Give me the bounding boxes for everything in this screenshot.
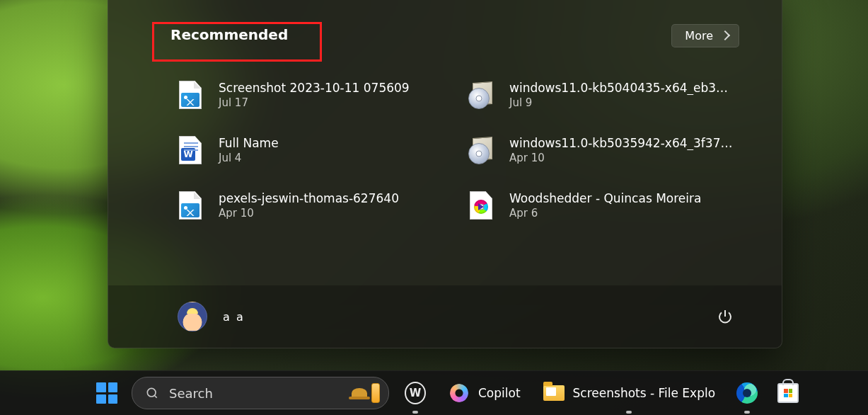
recommended-item-date: Apr 10 [509,152,735,164]
power-icon [717,308,734,325]
recommended-item[interactable]: windows11.0-kb5035942-x64_3f371… Apr 10 [464,132,739,168]
recommended-item[interactable]: Screenshot 2023-10-11 075609 Jul 17 [173,77,449,113]
taskbar-search[interactable]: Search [132,377,389,409]
recommended-item-name: pexels-jeswin-thomas-627640 [219,191,444,205]
chevron-right-icon [720,30,730,40]
more-label: More [685,29,713,42]
search-promo-icon [352,383,380,403]
recommended-item-name: Full Name [219,136,444,150]
recommended-heading: Recommended [170,22,298,49]
svg-point-0 [147,388,156,397]
recommended-item[interactable]: windows11.0-kb5040435-x64_eb3b… Jul 9 [464,77,739,113]
image-file-icon [178,191,203,220]
recommended-item-name: windows11.0-kb5035942-x64_3f371… [509,136,735,150]
taskbar-copilot[interactable]: Copilot [441,377,528,409]
recommended-item-text: Full Name Jul 4 [219,136,444,164]
taskbar-ms-store[interactable] [772,377,804,409]
recommended-item-date: Apr 6 [509,207,735,220]
explorer-label: Screenshots - File Explo [573,386,716,400]
user-account-button[interactable]: a a [170,297,252,336]
folder-icon [543,382,565,404]
start-menu-panel: Recommended More Screenshot 2023-10-11 0… [108,0,782,348]
copilot-label: Copilot [478,386,521,400]
windows-logo-icon [96,382,117,404]
start-button[interactable] [91,377,123,409]
recommended-item-text: windows11.0-kb5035942-x64_3f371… Apr 10 [509,136,735,164]
taskbar-app-w[interactable]: W [398,377,433,409]
recommended-item-name: Screenshot 2023-10-11 075609 [219,81,444,95]
w-logo-icon: W [405,382,426,404]
recommended-item[interactable]: pexels-jeswin-thomas-627640 Apr 10 [173,188,449,223]
start-menu-footer: a a [108,285,782,348]
search-label: Search [169,386,342,401]
search-icon [145,386,159,400]
edge-icon [736,382,758,404]
search-pill[interactable]: Search [132,377,389,409]
recommended-header: Recommended More [170,22,739,49]
recommended-item-date: Jul 17 [219,96,444,109]
recommended-item-name: Woodshedder - Quincas Moreira [509,191,735,205]
ms-store-icon [777,382,799,404]
package-icon [468,80,494,110]
user-name: a a [223,310,245,324]
recommended-grid: Screenshot 2023-10-11 075609 Jul 17 wind… [173,77,739,223]
recommended-item-date: Apr 10 [219,207,444,220]
recommended-item-name: windows11.0-kb5040435-x64_eb3b… [509,81,735,95]
copilot-icon [449,382,470,404]
taskbar-file-explorer[interactable]: Screenshots - File Explo [536,377,723,409]
power-button[interactable] [711,302,739,331]
recommended-item-text: pexels-jeswin-thomas-627640 Apr 10 [219,191,444,220]
recommended-item[interactable]: Woodshedder - Quincas Moreira Apr 6 [464,188,739,223]
word-doc-icon [178,135,203,165]
avatar [178,302,207,331]
recommended-item-date: Jul 9 [509,96,735,109]
package-icon [468,135,494,165]
recommended-item-text: windows11.0-kb5040435-x64_eb3b… Jul 9 [509,81,735,109]
recommended-item-text: Woodshedder - Quincas Moreira Apr 6 [509,191,735,220]
taskbar-edge[interactable] [731,377,763,409]
recommended-item[interactable]: Full Name Jul 4 [173,132,449,168]
image-file-icon [178,80,203,110]
taskbar: Search W Copilot Screenshots - File Expl… [0,370,868,415]
more-button[interactable]: More [671,24,739,47]
recommended-item-date: Jul 4 [219,152,444,164]
media-file-icon [468,191,494,220]
recommended-item-text: Screenshot 2023-10-11 075609 Jul 17 [219,81,444,109]
